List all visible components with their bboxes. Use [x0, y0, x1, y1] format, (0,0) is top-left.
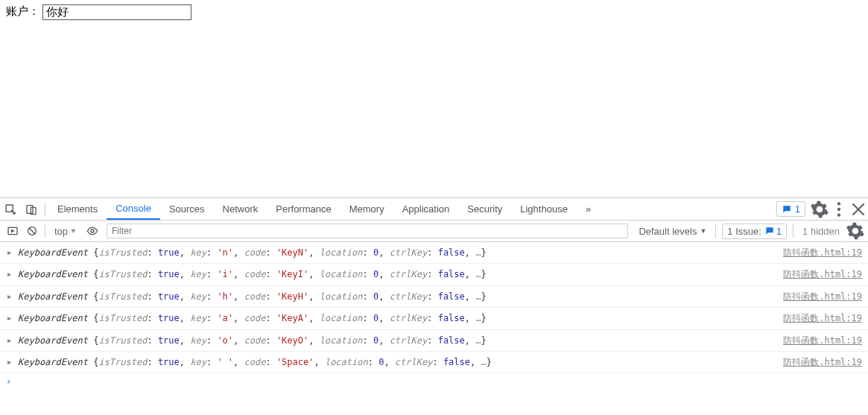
- toolbar-divider: [793, 224, 793, 238]
- console-log-row[interactable]: ▶KeyboardEvent {isTrusted: true, key: 'n…: [0, 242, 868, 264]
- tab-network[interactable]: Network: [214, 198, 267, 220]
- page-content: 账户：: [0, 0, 868, 197]
- toolbar-divider: [45, 224, 45, 238]
- expand-icon[interactable]: ▶: [7, 269, 11, 280]
- message-icon: [764, 226, 775, 236]
- console-log-row[interactable]: ▶KeyboardEvent {isTrusted: true, key: ' …: [0, 352, 868, 373]
- svg-point-8: [91, 229, 94, 232]
- log-message: KeyboardEvent {isTrusted: true, key: ' '…: [18, 355, 774, 370]
- svg-point-4: [837, 207, 840, 210]
- console-prompt[interactable]: ›: [0, 373, 868, 390]
- source-link[interactable]: 防抖函数.html:19: [774, 333, 862, 348]
- expand-icon[interactable]: ▶: [7, 313, 11, 324]
- console-log-row[interactable]: ▶KeyboardEvent {isTrusted: true, key: 'h…: [0, 286, 868, 308]
- expand-icon[interactable]: ▶: [7, 357, 11, 368]
- toolbar-divider: [45, 203, 45, 216]
- device-toggle-icon[interactable]: [21, 199, 42, 220]
- svg-point-5: [837, 213, 840, 216]
- live-expression-icon[interactable]: [83, 221, 102, 241]
- expand-icon[interactable]: ▶: [7, 335, 11, 346]
- message-icon: [782, 204, 792, 215]
- tab-sources[interactable]: Sources: [160, 198, 214, 220]
- filter-input[interactable]: [107, 224, 628, 238]
- tab-memory[interactable]: Memory: [340, 198, 393, 220]
- expand-icon[interactable]: ▶: [7, 247, 11, 259]
- tab-security[interactable]: Security: [458, 198, 511, 220]
- issue-counter[interactable]: 1 Issue: 1: [722, 224, 787, 239]
- tab-application[interactable]: Application: [393, 198, 459, 220]
- svg-point-3: [837, 202, 840, 205]
- context-dropdown[interactable]: top▼: [48, 226, 83, 237]
- issues-badge[interactable]: 1: [776, 201, 805, 217]
- log-message: KeyboardEvent {isTrusted: true, key: 'a'…: [18, 311, 774, 326]
- console-toolbar: top▼ Default levels▼ 1 Issue: 1 1 hidden: [0, 221, 868, 242]
- log-message: KeyboardEvent {isTrusted: true, key: 'h'…: [18, 289, 774, 304]
- more-icon[interactable]: [829, 200, 849, 219]
- chevron-right-icon: ›: [6, 376, 11, 387]
- toolbar-divider: [715, 224, 716, 238]
- tab-performance[interactable]: Performance: [267, 198, 340, 220]
- svg-rect-1: [27, 205, 33, 213]
- close-icon[interactable]: [849, 200, 868, 219]
- log-message: KeyboardEvent {isTrusted: true, key: 'i'…: [18, 267, 774, 282]
- tab-elements[interactable]: Elements: [48, 198, 107, 220]
- log-message: KeyboardEvent {isTrusted: true, key: 'o'…: [18, 333, 774, 348]
- source-link[interactable]: 防抖函数.html:19: [774, 311, 862, 326]
- hidden-count: 1 hidden: [796, 226, 846, 237]
- devtools-panel: ElementsConsoleSourcesNetworkPerformance…: [0, 197, 868, 415]
- inspect-icon[interactable]: [0, 199, 21, 220]
- source-link[interactable]: 防抖函数.html:19: [774, 245, 862, 260]
- console-output: ▶KeyboardEvent {isTrusted: true, key: 'n…: [0, 242, 868, 415]
- sidebar-toggle-icon[interactable]: [3, 221, 22, 241]
- console-log-row[interactable]: ▶KeyboardEvent {isTrusted: true, key: 'a…: [0, 308, 868, 329]
- account-label: 账户：: [6, 4, 39, 19]
- clear-console-icon[interactable]: [22, 221, 42, 241]
- log-message: KeyboardEvent {isTrusted: true, key: 'n'…: [18, 245, 774, 260]
- source-link[interactable]: 防抖函数.html:19: [774, 267, 862, 282]
- source-link[interactable]: 防抖函数.html:19: [774, 289, 862, 304]
- account-input[interactable]: [42, 4, 191, 20]
- settings-icon[interactable]: [810, 200, 829, 219]
- console-log-row[interactable]: ▶KeyboardEvent {isTrusted: true, key: 'o…: [0, 330, 868, 352]
- source-link[interactable]: 防抖函数.html:19: [774, 355, 862, 370]
- expand-icon[interactable]: ▶: [7, 291, 11, 302]
- tab-lighthouse[interactable]: Lighthouse: [511, 198, 577, 220]
- tabs-overflow-icon[interactable]: »: [577, 198, 600, 220]
- console-settings-icon[interactable]: [846, 221, 865, 241]
- tab-console[interactable]: Console: [107, 198, 160, 220]
- log-levels-dropdown[interactable]: Default levels▼: [633, 226, 712, 237]
- devtools-tabs: ElementsConsoleSourcesNetworkPerformance…: [0, 198, 868, 221]
- console-log-row[interactable]: ▶KeyboardEvent {isTrusted: true, key: 'i…: [0, 264, 868, 285]
